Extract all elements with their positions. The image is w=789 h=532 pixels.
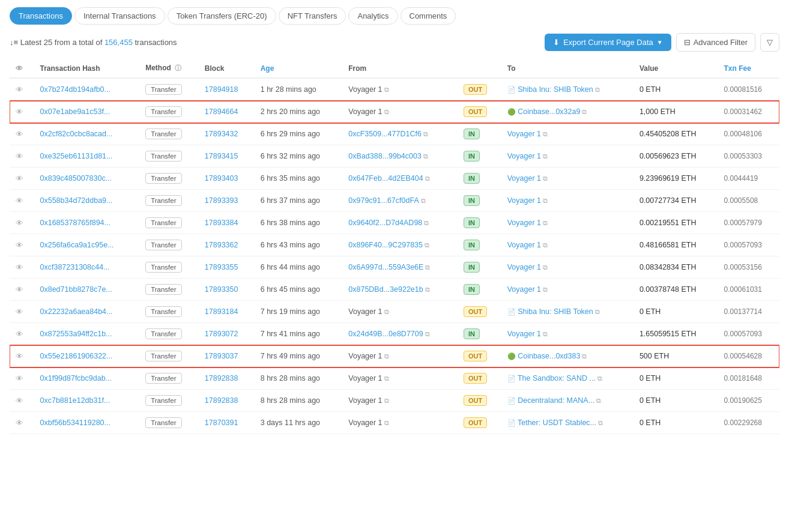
tx-hash-link[interactable]: 0xcf387231308c44... bbox=[40, 263, 110, 271]
eye-icon[interactable]: 👁 bbox=[16, 152, 23, 161]
total-count-link[interactable]: 156,455 bbox=[104, 38, 133, 47]
tx-hash-link[interactable]: 0x256fa6ca9a1c95e... bbox=[40, 241, 114, 249]
to-copy-icon[interactable]: ⧉ bbox=[543, 264, 548, 271]
tx-hash-link[interactable]: 0x1685378765f894... bbox=[40, 219, 110, 227]
from-copy-icon[interactable]: ⧉ bbox=[425, 264, 430, 271]
from-copy-icon[interactable]: ⧉ bbox=[421, 197, 426, 204]
to-link[interactable]: Shiba Inu: SHIB Token bbox=[518, 85, 593, 94]
to-link[interactable]: Coinbase...0x32a9 bbox=[518, 107, 580, 116]
tab-token-transfers[interactable]: Token Transfers (ERC-20) bbox=[168, 7, 276, 25]
to-copy-icon[interactable]: ⧉ bbox=[543, 130, 548, 138]
block-link[interactable]: 17893072 bbox=[205, 330, 238, 338]
from-copy-icon[interactable]: ⧉ bbox=[423, 130, 428, 138]
to-copy-icon[interactable]: ⧉ bbox=[543, 219, 548, 226]
eye-icon[interactable]: 👁 bbox=[16, 85, 23, 94]
block-link[interactable]: 17893393 bbox=[205, 196, 238, 205]
eye-icon[interactable]: 👁 bbox=[16, 374, 23, 383]
to-copy-icon[interactable]: ⧉ bbox=[596, 397, 601, 404]
tx-hash-link[interactable]: 0x558b34d72ddba9... bbox=[40, 196, 113, 205]
to-link[interactable]: Voyager 1 bbox=[507, 174, 541, 183]
tx-hash-link[interactable]: 0x2cf82c0cbc8acad... bbox=[40, 130, 113, 138]
eye-icon[interactable]: 👁 bbox=[16, 241, 23, 250]
row-eye[interactable]: 👁 bbox=[10, 190, 34, 212]
block-link[interactable]: 17893362 bbox=[205, 241, 238, 249]
from-copy-icon[interactable]: ⧉ bbox=[384, 352, 389, 360]
to-copy-icon[interactable]: ⧉ bbox=[595, 308, 600, 315]
to-copy-icon[interactable]: ⧉ bbox=[595, 86, 600, 93]
block-link[interactable]: 17892838 bbox=[205, 396, 238, 405]
row-eye[interactable]: 👁 bbox=[10, 168, 34, 190]
from-copy-icon[interactable]: ⧉ bbox=[384, 375, 389, 382]
row-eye[interactable]: 👁 bbox=[10, 101, 34, 123]
from-link[interactable]: 0x6A997d...559A3e6E bbox=[348, 263, 423, 271]
tab-analytics[interactable]: Analytics bbox=[348, 7, 398, 25]
to-copy-icon[interactable]: ⧉ bbox=[543, 197, 548, 204]
tx-hash-link[interactable]: 0xe325eb61131d81... bbox=[40, 152, 113, 160]
block-link[interactable]: 17893350 bbox=[205, 285, 238, 294]
tx-hash-link[interactable]: 0x1f99d87fcbc9dab... bbox=[40, 374, 112, 382]
eye-icon[interactable]: 👁 bbox=[16, 419, 23, 428]
eye-icon[interactable]: 👁 bbox=[16, 130, 23, 139]
from-link[interactable]: 0x979c91...67cf0dFA bbox=[348, 196, 419, 205]
from-link[interactable]: 0x9640f2...D7d4AD98 bbox=[348, 219, 422, 227]
tab-comments[interactable]: Comments bbox=[401, 7, 456, 25]
from-copy-icon[interactable]: ⧉ bbox=[384, 86, 389, 93]
tx-hash-link[interactable]: 0x55e21861906322... bbox=[40, 352, 113, 360]
eye-icon[interactable]: 👁 bbox=[16, 174, 23, 183]
to-copy-icon[interactable]: ⧉ bbox=[543, 286, 548, 293]
to-link[interactable]: Tether: USDT Stablec... bbox=[518, 419, 596, 427]
from-copy-icon[interactable]: ⧉ bbox=[384, 397, 389, 404]
eye-icon[interactable]: 👁 bbox=[16, 219, 23, 228]
block-link[interactable]: 17893037 bbox=[205, 352, 238, 360]
export-button[interactable]: ⬇ Export Current Page Data ▼ bbox=[545, 34, 671, 51]
to-copy-icon[interactable]: ⧉ bbox=[597, 375, 602, 382]
from-link[interactable]: 0x875DBd...3e922e1b bbox=[348, 285, 423, 294]
to-copy-icon[interactable]: ⧉ bbox=[543, 153, 548, 160]
row-eye[interactable]: 👁 bbox=[10, 256, 34, 279]
from-copy-icon[interactable]: ⧉ bbox=[423, 153, 428, 160]
tx-hash-link[interactable]: 0x7b274db194afb0... bbox=[40, 85, 110, 94]
from-link[interactable]: 0x896F40...9C297835 bbox=[348, 241, 423, 249]
row-eye[interactable]: 👁 bbox=[10, 345, 34, 367]
to-link[interactable]: Voyager 1 bbox=[507, 330, 541, 338]
to-link[interactable]: Voyager 1 bbox=[507, 285, 541, 294]
row-eye[interactable]: 👁 bbox=[10, 412, 34, 434]
row-eye[interactable]: 👁 bbox=[10, 279, 34, 301]
from-copy-icon[interactable]: ⧉ bbox=[384, 108, 389, 115]
row-eye[interactable]: 👁 bbox=[10, 78, 34, 101]
tx-hash-link[interactable]: 0x07e1abe9a1c53f... bbox=[40, 107, 110, 116]
row-eye[interactable]: 👁 bbox=[10, 301, 34, 323]
to-link[interactable]: Voyager 1 bbox=[507, 196, 541, 205]
to-copy-icon[interactable]: ⧉ bbox=[543, 241, 548, 249]
eye-icon[interactable]: 👁 bbox=[16, 330, 23, 339]
tx-hash-link[interactable]: 0xbf56b534119280... bbox=[40, 419, 110, 427]
to-link[interactable]: Voyager 1 bbox=[507, 152, 541, 160]
block-link[interactable]: 17893384 bbox=[205, 219, 238, 227]
block-link[interactable]: 17893355 bbox=[205, 263, 238, 271]
tx-hash-link[interactable]: 0x839c485007830c... bbox=[40, 174, 112, 183]
block-link[interactable]: 17870391 bbox=[205, 419, 238, 427]
from-link[interactable]: 0x24d49B...0e8D7709 bbox=[348, 330, 423, 338]
eye-icon[interactable]: 👁 bbox=[16, 396, 23, 405]
row-eye[interactable]: 👁 bbox=[10, 145, 34, 168]
to-link[interactable]: Coinbase...0xd383 bbox=[518, 352, 580, 360]
tab-internal-transactions[interactable]: Internal Transactions bbox=[74, 7, 165, 25]
row-eye[interactable]: 👁 bbox=[10, 323, 34, 345]
to-copy-icon[interactable]: ⧉ bbox=[598, 419, 603, 426]
tx-hash-link[interactable]: 0x8ed71bb8278c7e... bbox=[40, 285, 112, 294]
from-link[interactable]: 0xcF3509...477D1Cf6 bbox=[348, 130, 422, 138]
from-copy-icon[interactable]: ⧉ bbox=[425, 175, 430, 182]
to-link[interactable]: Voyager 1 bbox=[507, 219, 541, 227]
block-link[interactable]: 17893415 bbox=[205, 152, 238, 160]
eye-icon[interactable]: 👁 bbox=[16, 307, 23, 316]
from-copy-icon[interactable]: ⧉ bbox=[384, 419, 389, 426]
block-link[interactable]: 17894918 bbox=[205, 85, 238, 94]
to-link[interactable]: Voyager 1 bbox=[507, 263, 541, 271]
funnel-button[interactable]: ▽ bbox=[760, 33, 779, 52]
from-copy-icon[interactable]: ⧉ bbox=[425, 330, 430, 337]
from-copy-icon[interactable]: ⧉ bbox=[384, 308, 389, 315]
tx-hash-link[interactable]: 0x22232a6aea84b4... bbox=[40, 307, 113, 316]
block-link[interactable]: 17893432 bbox=[205, 130, 238, 138]
row-eye[interactable]: 👁 bbox=[10, 123, 34, 145]
eye-icon[interactable]: 👁 bbox=[16, 263, 23, 272]
